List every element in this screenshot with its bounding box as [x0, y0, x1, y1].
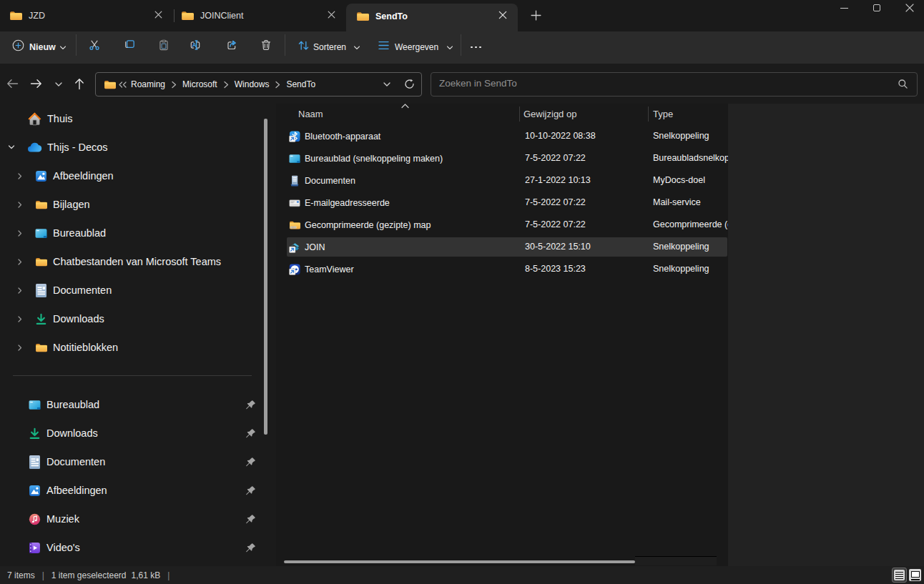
svg-text:A: A — [192, 41, 197, 49]
